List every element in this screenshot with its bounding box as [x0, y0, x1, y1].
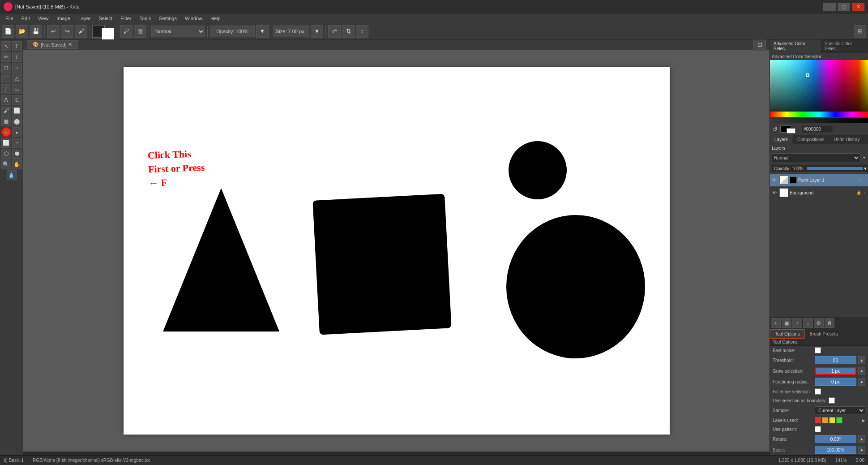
undo-history-tab[interactable]: Undo History — [830, 135, 865, 144]
layer-opacity-bar[interactable]: Opacity: 100% ▼ — [772, 164, 868, 173]
layer-up-button[interactable]: ↑ — [792, 318, 802, 328]
threshold-up[interactable]: ▲ — [858, 356, 865, 364]
eraser-tool[interactable]: ⬜ — [12, 106, 22, 116]
brush-presets-tab[interactable]: Brush Presets — [805, 329, 843, 339]
labels-expand[interactable]: ▶ — [862, 418, 865, 423]
add-group-button[interactable]: ▦ — [782, 318, 791, 328]
fast-mode-checkbox[interactable] — [815, 347, 821, 353]
layer-blend-select[interactable]: Normal Multiply — [772, 153, 860, 162]
freehand-tool[interactable]: ✏ — [1, 52, 11, 62]
mirror-h-button[interactable]: ⇄ — [328, 25, 341, 38]
wrap-button[interactable]: ↕ — [356, 25, 368, 38]
rotate-value[interactable]: 0.00° — [815, 435, 856, 443]
background-swatch[interactable] — [787, 128, 795, 133]
similar-select-tool[interactable]: ⬧ — [12, 127, 22, 137]
contiguous-select-tool[interactable]: ⬦ — [1, 127, 11, 137]
canvas-wrapper[interactable]: Click This First or Press ← F — [23, 50, 770, 452]
paint-button[interactable]: 🖌 — [75, 25, 87, 38]
zoom-tool[interactable]: 🔍 — [1, 159, 11, 169]
brush-preset-button[interactable]: 🖊 — [120, 25, 133, 38]
open-button[interactable]: 📂 — [16, 25, 28, 38]
select-tool[interactable]: ↖ — [1, 41, 11, 51]
canvas-tab-close[interactable]: ✕ — [68, 42, 72, 47]
layer-down-button[interactable]: ↓ — [803, 318, 813, 328]
menu-edit[interactable]: Edit — [18, 15, 34, 22]
label-orange[interactable] — [822, 417, 828, 423]
label-green[interactable] — [836, 417, 842, 423]
ellipse-select-tool[interactable]: ○ — [12, 138, 22, 148]
calligraphy-tool[interactable]: ℂ — [12, 95, 22, 105]
menu-settings[interactable]: Settings — [155, 15, 180, 22]
specific-color-tab[interactable]: Specific Color Selec... — [821, 39, 868, 53]
menu-window[interactable]: Window — [181, 15, 206, 22]
canvas-area[interactable]: 🎨 [Not Saved] ✕ ⊡ Click This First or Pr… — [23, 39, 770, 455]
freehand-poly-select[interactable]: ⬢ — [12, 149, 22, 159]
layer-settings-button[interactable]: ⚙ — [814, 318, 824, 328]
layer-item-paint[interactable]: 👁 Paint Layer 1 α ⋮ — [770, 174, 868, 186]
menu-help[interactable]: Help — [207, 15, 224, 22]
layer-bg-eye-icon[interactable]: 👁 — [772, 190, 778, 195]
menu-select[interactable]: Select — [95, 15, 116, 22]
minimize-button[interactable]: − — [823, 3, 836, 11]
label-yellow[interactable] — [829, 417, 835, 423]
polygon-tool[interactable]: △ — [12, 73, 22, 83]
close-button[interactable]: ✕ — [852, 3, 864, 11]
threshold-value[interactable]: 80 — [815, 356, 856, 364]
grow-selection-up[interactable]: ▲ — [858, 367, 865, 375]
float-button[interactable]: ⊡ — [753, 39, 766, 51]
gradient-tool[interactable]: ▦ — [1, 116, 11, 126]
menu-view[interactable]: View — [34, 15, 52, 22]
color-picker-tool[interactable]: 💧 — [7, 170, 17, 180]
brush-tool[interactable]: 🖌 — [1, 106, 11, 116]
fill-entire-checkbox[interactable] — [815, 388, 821, 395]
pattern-button[interactable]: ▦ — [134, 25, 146, 38]
menu-filter[interactable]: Filter — [117, 15, 135, 22]
layer-delete-button[interactable]: 🗑 — [825, 318, 834, 328]
tool-options-tab[interactable]: Tool Options — [770, 329, 805, 339]
menu-file[interactable]: File — [2, 15, 17, 22]
rect-select-tool[interactable]: ⬜ — [1, 138, 11, 148]
compositions-tab[interactable]: Compositions — [793, 135, 830, 144]
maximize-button[interactable]: □ — [838, 3, 850, 11]
pan-tool[interactable]: ✋ — [12, 159, 22, 169]
path-tool[interactable]: ⌒ — [1, 73, 11, 83]
hex-color-input[interactable] — [802, 125, 833, 133]
color-reset-button[interactable]: ↺ — [771, 125, 778, 133]
use-boundary-checkbox[interactable] — [829, 397, 835, 404]
layer-more-icon[interactable]: ⋮ — [862, 178, 866, 182]
mirror-v-button[interactable]: ⇅ — [342, 25, 355, 38]
layer-eye-icon[interactable]: 👁 — [772, 177, 778, 183]
menu-layer[interactable]: Layer — [75, 15, 94, 22]
canvas-hscrollbar[interactable] — [23, 452, 770, 455]
feathering-up[interactable]: ▲ — [858, 378, 865, 386]
layer-bg-more-icon[interactable]: ⋮ — [862, 190, 866, 195]
size-expand-button[interactable]: ▼ — [311, 25, 323, 38]
scale-value[interactable]: 100.00% — [815, 446, 856, 454]
background-color[interactable] — [102, 28, 114, 40]
grow-selection-value[interactable]: 1 px — [815, 367, 856, 375]
fill-tool[interactable]: ⬤ — [12, 116, 22, 126]
sample-select[interactable]: Current Layer All Layers — [815, 406, 865, 414]
bezier-tool[interactable]: ∫ — [1, 84, 11, 94]
menu-tools[interactable]: Tools — [136, 15, 155, 22]
blend-mode-select[interactable]: Normal Multiply Screen — [151, 26, 205, 37]
line-tool[interactable]: / — [12, 52, 22, 62]
alpha-bar[interactable] — [770, 118, 868, 123]
use-pattern-checkbox[interactable] — [815, 426, 821, 432]
opacity-slider[interactable] — [807, 167, 863, 170]
canvas[interactable]: Click This First or Press ← F — [124, 67, 670, 435]
panel-toggle-button[interactable]: ⊞ — [854, 25, 866, 38]
advanced-color-tab[interactable]: Advanced Color Selec... — [770, 39, 821, 53]
feathering-value[interactable]: 0 px — [815, 378, 856, 386]
freehand-select[interactable]: ⌓ — [12, 84, 22, 94]
scale-up[interactable]: ▲ — [858, 446, 865, 454]
save-button[interactable]: 💾 — [30, 25, 42, 38]
hue-bar[interactable] — [770, 112, 868, 117]
rect-tool[interactable]: □ — [1, 63, 11, 73]
ellipse-tool[interactable]: ○ — [12, 63, 22, 73]
label-red[interactable] — [815, 417, 821, 423]
polygon-select-tool[interactable]: ⬡ — [1, 149, 11, 159]
redo-button[interactable]: ↪ — [61, 25, 73, 38]
color-gradient[interactable] — [770, 60, 868, 112]
add-layer-button[interactable]: + — [771, 318, 781, 328]
